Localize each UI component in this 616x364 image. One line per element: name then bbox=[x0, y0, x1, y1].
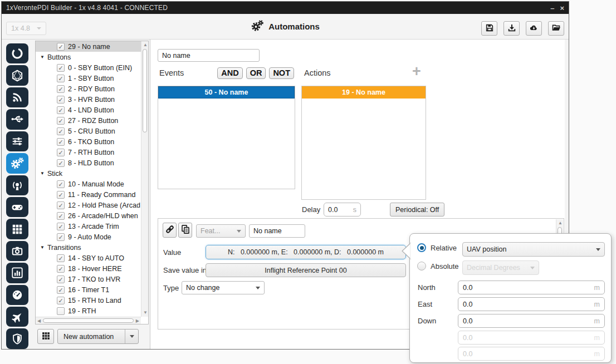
tree-vertical-scrollbar[interactable]: ▲ ▼ bbox=[141, 41, 148, 317]
tree-item[interactable]: ✓18 - Hover HERE bbox=[36, 263, 141, 274]
copy-button[interactable] bbox=[178, 223, 192, 238]
checkbox[interactable]: ✓ bbox=[57, 180, 65, 188]
tree-item[interactable]: ✓29 - No name bbox=[36, 41, 141, 52]
tree-item[interactable]: ✓26 - Arcade/HLD when bbox=[36, 210, 141, 221]
automation-name-input[interactable]: No name bbox=[158, 49, 260, 62]
checkbox[interactable]: ✓ bbox=[57, 106, 65, 114]
save-button[interactable] bbox=[481, 21, 497, 36]
collapse-icon[interactable]: ▼ bbox=[40, 245, 45, 250]
tree-item[interactable]: ✓6 - TKO Button bbox=[36, 136, 141, 147]
checkbox[interactable]: ✓ bbox=[57, 85, 65, 93]
checkbox[interactable]: ✓ bbox=[57, 96, 65, 104]
open-folder-button[interactable] bbox=[548, 21, 564, 36]
periodical-button[interactable]: Periodical: Off bbox=[390, 203, 444, 217]
absolute-radio[interactable] bbox=[417, 262, 426, 270]
checkbox[interactable]: ✓ bbox=[57, 75, 65, 82]
actions-card[interactable]: 19 - No name bbox=[301, 86, 426, 200]
scroll-thumb[interactable] bbox=[143, 49, 147, 132]
minimize-button[interactable]: – bbox=[550, 4, 554, 12]
scroll-left-icon[interactable]: ◀ bbox=[37, 319, 41, 323]
sidebar-item-automations[interactable] bbox=[6, 153, 28, 173]
checkbox[interactable]: ✓ bbox=[57, 159, 65, 167]
tree-group[interactable]: ▼Buttons bbox=[36, 52, 141, 62]
checkbox[interactable]: ✓ bbox=[57, 265, 65, 273]
events-card[interactable]: 50 - No name bbox=[158, 86, 295, 189]
down-input[interactable]: 0.0m bbox=[458, 314, 605, 328]
checkbox[interactable]: ✓ bbox=[57, 276, 65, 283]
tree-item[interactable]: ✓10 - Manual Mode bbox=[36, 179, 141, 189]
action-name-input[interactable]: No name bbox=[249, 224, 305, 238]
sidebar-item-charts[interactable] bbox=[6, 263, 28, 283]
automation-grid-button[interactable] bbox=[37, 329, 54, 344]
new-automation-button[interactable]: New automation bbox=[57, 329, 139, 344]
link-button[interactable] bbox=[163, 223, 177, 238]
feature-select[interactable]: Feat... bbox=[196, 224, 246, 238]
sidebar-item-safety[interactable] bbox=[6, 328, 28, 348]
scroll-up-icon[interactable]: ▲ bbox=[558, 221, 563, 225]
checkbox[interactable]: ✓ bbox=[57, 212, 65, 220]
sidebar-item-flight[interactable] bbox=[6, 307, 28, 327]
delay-input[interactable]: 0.0 s bbox=[324, 203, 361, 217]
tree-item[interactable]: ✓13 - Arcade Trim bbox=[36, 221, 141, 232]
checkbox[interactable]: ✓ bbox=[57, 201, 65, 209]
sidebar-item-network[interactable] bbox=[6, 65, 28, 85]
checkbox[interactable]: ✓ bbox=[57, 254, 65, 262]
checkbox[interactable]: ✓ bbox=[57, 223, 65, 230]
event-header[interactable]: 50 - No name bbox=[158, 86, 295, 99]
tree-item[interactable]: ✓11 - Ready Command bbox=[36, 189, 141, 200]
relative-mode-select[interactable]: UAV position bbox=[462, 242, 605, 257]
sidebar-item-podcast[interactable] bbox=[6, 175, 28, 195]
sidebar-item-matrix[interactable] bbox=[6, 219, 28, 239]
checkbox[interactable]: ✓ bbox=[57, 191, 65, 199]
close-button[interactable]: × bbox=[560, 4, 564, 12]
tree-item[interactable]: ✓5 - CRU Button bbox=[36, 126, 141, 136]
tree-item[interactable]: ✓4 - LND Button bbox=[36, 105, 141, 115]
tree-group[interactable]: ▼Stick bbox=[36, 168, 141, 179]
or-button[interactable]: OR bbox=[246, 67, 266, 79]
checkbox[interactable]: ✓ bbox=[57, 117, 65, 125]
collapse-icon[interactable]: ▼ bbox=[40, 55, 45, 60]
and-button[interactable]: AND bbox=[217, 67, 242, 79]
checkbox[interactable]: ✓ bbox=[57, 297, 65, 304]
tree-item[interactable]: 19 - RTH bbox=[36, 306, 141, 316]
sidebar-item-power[interactable] bbox=[6, 43, 28, 63]
scroll-up-icon[interactable]: ▲ bbox=[143, 43, 148, 47]
scroll-right-icon[interactable]: ▶ bbox=[136, 319, 139, 323]
scroll-down-icon[interactable]: ▼ bbox=[143, 311, 148, 315]
checkbox[interactable]: ✓ bbox=[57, 64, 65, 72]
tree-item[interactable]: ✓12 - Hold Phase (Arcad bbox=[36, 200, 141, 210]
tree-item[interactable]: ✓9 - Auto Mode bbox=[36, 232, 141, 242]
tree-item[interactable]: ✓0 - SBY Button (EIN) bbox=[36, 62, 141, 73]
tree-item[interactable]: ✓1 - SBY Button bbox=[36, 73, 141, 83]
tree-item[interactable]: ✓2 - RDY Button bbox=[36, 83, 141, 94]
collapse-icon[interactable]: ▼ bbox=[40, 171, 45, 176]
tree-item[interactable]: ✓14 - SBY to AUTO bbox=[36, 253, 141, 263]
tree-item[interactable]: ✓7 - RTH Button bbox=[36, 147, 141, 158]
tree-item[interactable]: ✓15 - RTH to Land bbox=[36, 295, 141, 306]
not-button[interactable]: NOT bbox=[269, 67, 294, 79]
tree-item[interactable]: ✓3 - HVR Button bbox=[36, 94, 141, 105]
tree-group[interactable]: ▼Transitions bbox=[36, 242, 141, 253]
add-action-button[interactable]: + bbox=[412, 64, 421, 79]
scroll-thumb[interactable] bbox=[43, 318, 134, 323]
checkbox[interactable]: ✓ bbox=[57, 127, 65, 135]
value-field[interactable]: N: 0.000000 m, E: 0.000000 m, D: 0.00000… bbox=[206, 245, 406, 259]
east-input[interactable]: 0.0m bbox=[458, 297, 605, 311]
tree-item[interactable]: ✓16 - Timer T1 bbox=[36, 284, 141, 295]
checkbox[interactable]: ✓ bbox=[57, 233, 65, 241]
relative-radio[interactable] bbox=[417, 243, 426, 252]
checkbox[interactable]: ✓ bbox=[57, 138, 65, 146]
sidebar-item-camera[interactable] bbox=[6, 241, 28, 261]
tree-horizontal-scrollbar[interactable]: ◀ ▶ bbox=[36, 317, 141, 324]
action-header[interactable]: 19 - No name bbox=[302, 86, 426, 99]
type-select[interactable]: No change bbox=[182, 281, 265, 294]
sidebar-item-gauge[interactable] bbox=[6, 285, 28, 305]
sidebar-item-stick[interactable] bbox=[6, 197, 28, 217]
save-value-in-button[interactable]: Inflight Reference Point 00 bbox=[206, 263, 406, 277]
sidebar-item-usb[interactable] bbox=[6, 109, 28, 129]
tree-item[interactable]: ✓27 - RDZ Button bbox=[36, 115, 141, 126]
checkbox[interactable] bbox=[57, 307, 65, 315]
cloud-download-button[interactable] bbox=[526, 21, 542, 36]
checkbox[interactable]: ✓ bbox=[57, 286, 65, 294]
sidebar-item-settings[interactable] bbox=[6, 131, 28, 151]
